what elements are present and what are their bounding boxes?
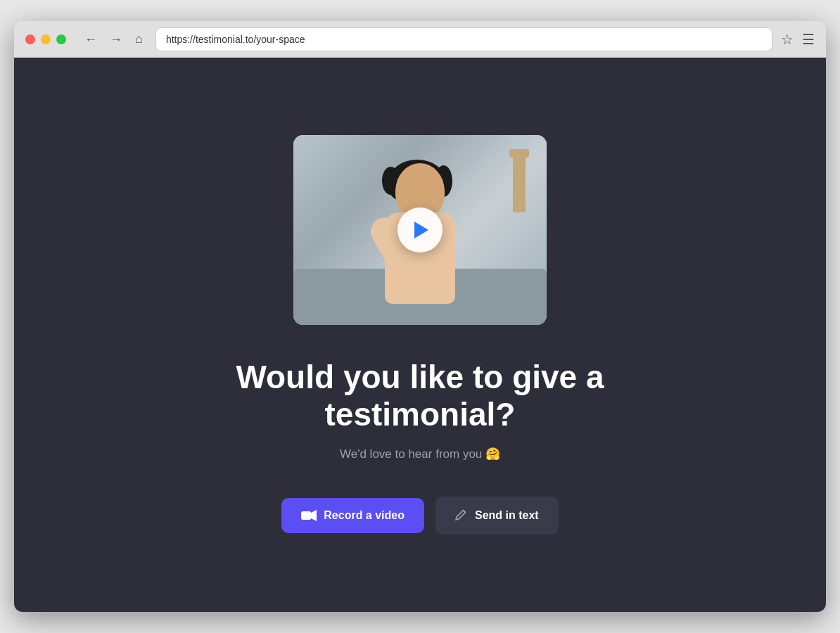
url-text: https://testimonial.to/your-space bbox=[166, 34, 305, 45]
address-bar[interactable]: https://testimonial.to/your-space bbox=[155, 27, 772, 51]
browser-window: ← → ⌂ https://testimonial.to/your-space … bbox=[14, 21, 826, 612]
nav-buttons: ← → ⌂ bbox=[80, 29, 147, 49]
send-text-button[interactable]: Send in text bbox=[435, 497, 559, 535]
subtitle: We'd love to hear from you 🤗 bbox=[340, 447, 500, 461]
video-thumbnail[interactable] bbox=[293, 135, 547, 325]
video-camera-icon bbox=[301, 510, 317, 521]
home-button[interactable]: ⌂ bbox=[131, 29, 147, 49]
pencil-svg bbox=[455, 508, 468, 520]
browser-titlebar: ← → ⌂ https://testimonial.to/your-space … bbox=[14, 21, 826, 58]
record-button-label: Record a video bbox=[324, 509, 405, 522]
forward-button[interactable]: → bbox=[106, 29, 127, 49]
back-button[interactable]: ← bbox=[80, 29, 101, 49]
send-text-button-label: Send in text bbox=[475, 509, 539, 522]
page-content: Would you like to give a testimonial? We… bbox=[14, 58, 826, 612]
heading-line1: Would you like to give a bbox=[236, 359, 604, 395]
browser-actions: ☆ ☰ bbox=[781, 31, 815, 48]
maximize-button[interactable] bbox=[56, 34, 66, 44]
traffic-lights bbox=[25, 34, 66, 44]
close-button[interactable] bbox=[25, 34, 35, 44]
play-button[interactable] bbox=[397, 207, 443, 252]
pencil-icon bbox=[455, 508, 468, 523]
action-buttons: Record a video Send in text bbox=[281, 497, 558, 535]
heading-line2: testimonial? bbox=[325, 396, 516, 433]
camera-svg bbox=[301, 510, 317, 521]
svg-rect-0 bbox=[301, 511, 311, 520]
menu-icon[interactable]: ☰ bbox=[802, 31, 815, 48]
minimize-button[interactable] bbox=[41, 34, 51, 44]
record-video-button[interactable]: Record a video bbox=[281, 498, 424, 533]
main-heading: Would you like to give a testimonial? bbox=[236, 359, 604, 433]
bookmark-icon[interactable]: ☆ bbox=[781, 31, 794, 48]
play-icon bbox=[414, 222, 428, 238]
svg-marker-1 bbox=[311, 510, 317, 521]
wall-decoration bbox=[513, 156, 526, 212]
